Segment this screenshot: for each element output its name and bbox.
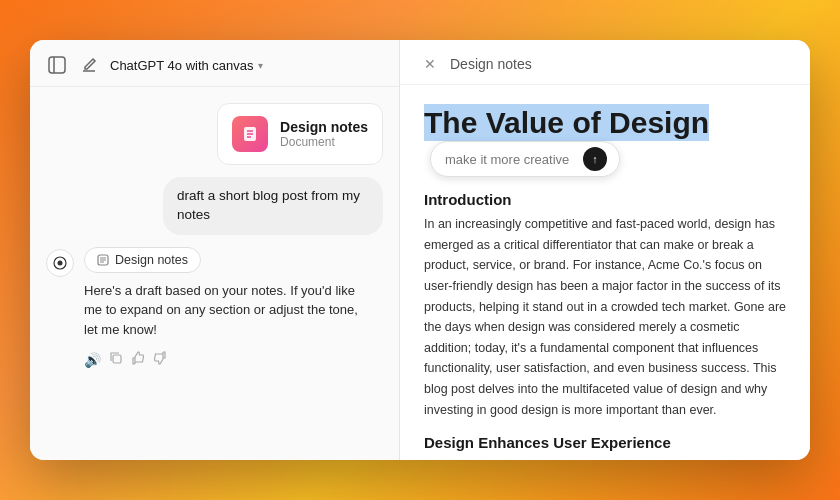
send-icon: ↑ — [592, 153, 598, 165]
user-message: draft a short blog post from my notes — [163, 177, 383, 235]
action-icons: 🔊 — [84, 351, 364, 368]
close-icon: ✕ — [424, 56, 436, 72]
inline-send-button[interactable]: ↑ — [583, 147, 607, 171]
assistant-section: Design notes Here's a draft based on you… — [46, 247, 383, 369]
close-button[interactable]: ✕ — [420, 54, 440, 74]
chat-area: Design notes Document draft a short blog… — [30, 87, 399, 460]
blog-title: The Value of Design — [424, 104, 709, 141]
right-content: The Value of Design ↑ Introduction In an… — [400, 85, 810, 460]
svg-rect-13 — [113, 355, 121, 363]
sidebar-toggle-icon[interactable] — [46, 54, 68, 76]
right-header: ✕ Design notes — [400, 40, 810, 85]
chevron-down-icon: ▾ — [258, 60, 263, 71]
speaker-icon[interactable]: 🔊 — [84, 352, 101, 368]
design-notes-pill: Design notes — [84, 247, 201, 273]
top-bar: ChatGPT 4o with canvas ▾ — [30, 40, 399, 87]
model-name: ChatGPT 4o with canvas — [110, 58, 254, 73]
intro-body: In an increasingly competitive and fast-… — [424, 214, 786, 420]
design-notes-card: Design notes Document — [217, 103, 383, 165]
thumbs-down-icon[interactable] — [153, 351, 167, 368]
inline-edit-bar: ↑ — [430, 141, 620, 177]
card-text: Design notes Document — [280, 119, 368, 149]
left-panel: ChatGPT 4o with canvas ▾ Design notes D — [30, 40, 400, 460]
new-chat-icon[interactable] — [78, 54, 100, 76]
thumbs-up-icon[interactable] — [131, 351, 145, 368]
card-subtitle: Document — [280, 135, 368, 149]
section1-body: At its core, design is about problem-sol… — [424, 457, 786, 460]
title-block: The Value of Design ↑ — [424, 105, 786, 177]
svg-rect-0 — [49, 57, 65, 73]
card-title: Design notes — [280, 119, 368, 135]
right-panel-title: Design notes — [450, 56, 532, 72]
intro-heading: Introduction — [424, 191, 786, 208]
assistant-content: Design notes Here's a draft based on you… — [84, 247, 364, 369]
right-panel: ✕ Design notes The Value of Design ↑ Int… — [400, 40, 810, 460]
document-icon-box — [232, 116, 268, 152]
copy-icon[interactable] — [109, 351, 123, 368]
model-selector[interactable]: ChatGPT 4o with canvas ▾ — [110, 58, 263, 73]
pill-label: Design notes — [115, 253, 188, 267]
assistant-avatar — [46, 249, 74, 277]
section1-heading: Design Enhances User Experience — [424, 434, 786, 451]
svg-point-8 — [58, 260, 63, 265]
inline-edit-input[interactable] — [445, 152, 575, 167]
assistant-text: Here's a draft based on your notes. If y… — [84, 281, 364, 340]
